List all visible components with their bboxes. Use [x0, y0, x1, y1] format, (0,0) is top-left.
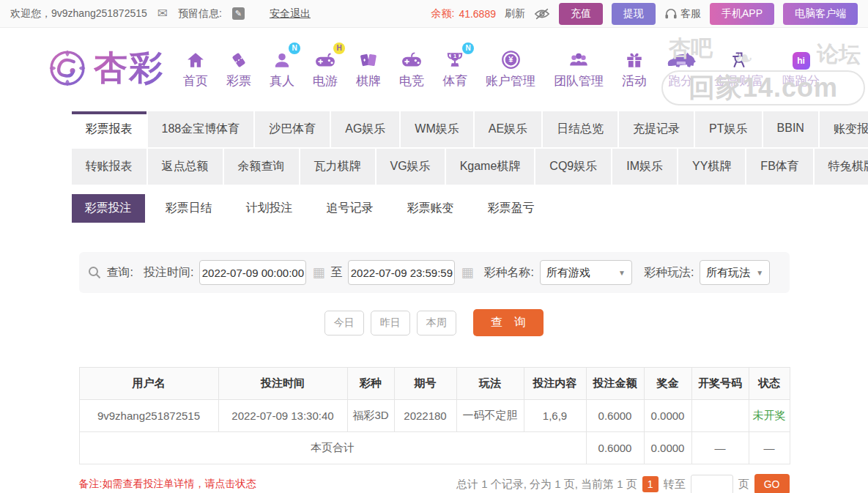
subtab-chase-record[interactable]: 追号记录 [314, 194, 387, 223]
tab-balance-query[interactable]: 余额查询 [224, 149, 299, 185]
tab-cq9[interactable]: CQ9娱乐 [535, 149, 611, 185]
tab-lottery-report[interactable]: 彩票报表 [72, 111, 146, 147]
tab-rebate-total[interactable]: 返点总额 [148, 149, 223, 185]
this-week-button[interactable]: 本周 [417, 311, 456, 336]
refresh-link[interactable]: 刷新 [505, 7, 525, 21]
watermark-text-2: 论坛 [817, 40, 861, 70]
tab-ae[interactable]: AE娱乐 [475, 111, 541, 147]
nav-sports[interactable]: 1 N 体育 [442, 48, 467, 89]
tab-shaba-sports[interactable]: 沙巴体育 [255, 111, 330, 147]
mobile-app-button[interactable]: 手机APP [710, 3, 774, 25]
cell-status[interactable]: 未开奖 [749, 400, 790, 432]
chevron-down-icon: ▼ [756, 269, 763, 277]
nav-esports[interactable]: 电竞 [399, 48, 424, 89]
goto-page-input[interactable] [691, 475, 733, 493]
subtab-lottery-account-change[interactable]: 彩票账变 [394, 194, 467, 223]
tab-fb-sports[interactable]: FB体育 [746, 149, 812, 185]
subtab-plan-bet[interactable]: 计划投注 [233, 194, 306, 223]
nav-chess[interactable]: 棋牌 [356, 48, 381, 89]
eye-off-icon[interactable] [534, 8, 550, 20]
tab-account-change-report[interactable]: 账变报表 [820, 111, 868, 147]
gift-icon [625, 48, 644, 70]
welcome-text: 欢迎您，9v9zhang251872515 [10, 7, 147, 21]
recharge-button[interactable]: 充值 [559, 3, 603, 25]
ding-icon [730, 48, 748, 70]
bet-records-table: 用户名 投注时间 彩种 期号 玩法 投注内容 投注金额 奖金 开奖号码 状态 9… [79, 367, 790, 464]
nav-team-management[interactable]: 团队管理 [554, 48, 604, 89]
tab-wm[interactable]: WM娱乐 [401, 111, 472, 147]
current-page-badge[interactable]: 1 [642, 476, 659, 492]
tab-vg[interactable]: VG娱乐 [376, 149, 445, 185]
play-type-select[interactable]: 所有玩法 ▼ [700, 260, 770, 285]
nav-jinding-wealth[interactable]: 金鼎财富 [714, 48, 764, 89]
footer-row: 备注:如需查看投注单详情，请点击状态 总计 1 个记录, 分为 1 页, 当前第… [79, 474, 790, 493]
tab-yy-chess[interactable]: YY棋牌 [678, 149, 745, 185]
search-button[interactable]: 查 询 [473, 309, 544, 336]
date-to-input[interactable] [348, 260, 455, 285]
summary-row: 本页合计 0.6000 0.0000 — — [79, 432, 790, 464]
tab-bbin[interactable]: BBIN [763, 111, 818, 147]
pagination-summary: 总计 1 个记录, 分为 1 页, 当前第 1 页 [456, 478, 637, 492]
home-icon [186, 48, 205, 70]
calendar-icon[interactable]: ▦ [461, 264, 473, 281]
header-bet-content: 投注内容 [524, 368, 586, 400]
svg-text:¥: ¥ [508, 55, 513, 64]
tab-kgame-chess[interactable]: Kgame棋牌 [446, 149, 535, 185]
play-type-label: 彩种玩法: [644, 265, 694, 281]
date-from-input[interactable] [199, 260, 306, 285]
table-header-row: 用户名 投注时间 彩种 期号 玩法 投注内容 投注金额 奖金 开奖号码 状态 [79, 368, 790, 400]
summary-prize: 0.0000 [644, 432, 691, 464]
tab-transfer-report[interactable]: 转账报表 [72, 149, 146, 185]
tab-deposit-withdraw-record[interactable]: 充提记录 [619, 111, 694, 147]
yesterday-button[interactable]: 昨日 [371, 311, 410, 336]
gamepad-icon [401, 48, 423, 70]
balance-label: 余额: [431, 7, 454, 21]
mail-icon[interactable]: ✉ [157, 6, 168, 21]
lottery-name-label: 彩种名称: [483, 265, 533, 281]
customer-service-link[interactable]: 客服 [664, 7, 701, 21]
nav-lottery[interactable]: 彩票 [226, 48, 251, 89]
nav-hi-paofen[interactable]: hi 嗨跑分 [782, 48, 820, 89]
nav-live-casino[interactable]: N 真人 [270, 48, 294, 89]
nav-account-management[interactable]: ¥ 账户管理 [486, 48, 535, 89]
tab-188-sports[interactable]: 188金宝博体育 [148, 111, 254, 147]
subtab-lottery-profit[interactable]: 彩票盈亏 [475, 194, 548, 223]
main-content: 彩票报表 188金宝博体育 沙巴体育 AG娱乐 WM娱乐 AE娱乐 日结总览 充… [72, 111, 797, 493]
header-lottery: 彩种 [347, 368, 394, 400]
lottery-name-select[interactable]: 所有游戏 ▼ [540, 260, 632, 285]
summary-bet-amount: 0.6000 [586, 432, 644, 464]
chevron-down-icon: ▼ [618, 269, 626, 277]
subtab-lottery-daily[interactable]: 彩票日结 [152, 194, 226, 223]
calendar-icon[interactable]: ▦ [312, 264, 324, 281]
pc-client-button[interactable]: 电脑客户端 [783, 3, 858, 25]
tab-im[interactable]: IM娱乐 [612, 149, 677, 185]
tab-wali-chess[interactable]: 瓦力棋牌 [300, 149, 375, 185]
nav-egames[interactable]: H 电游 [313, 48, 338, 89]
headset-icon [664, 8, 678, 20]
edit-icon[interactable]: ✎ [232, 7, 245, 20]
today-button[interactable]: 今日 [324, 311, 364, 336]
cell-play: 一码不定胆 [456, 400, 524, 432]
nav-paofen[interactable]: 跑分 [665, 48, 696, 89]
goto-label: 转至 [664, 478, 686, 492]
tab-ag[interactable]: AG娱乐 [331, 111, 399, 147]
logout-link[interactable]: 安全退出 [270, 7, 311, 21]
search-icon [88, 266, 101, 279]
subtab-lottery-bet[interactable]: 彩票投注 [72, 194, 145, 223]
cell-username: 9v9zhang251872515 [79, 400, 218, 432]
nav-activity[interactable]: 活动 [622, 48, 647, 89]
site-logo[interactable]: 杏彩 [47, 45, 164, 91]
tab-tetu-chess[interactable]: 特兔棋牌 [815, 149, 868, 185]
tab-daily-summary[interactable]: 日结总览 [543, 111, 617, 147]
go-button[interactable]: GO [754, 474, 790, 493]
report-tabs-row-1: 彩票报表 188金宝博体育 沙巴体育 AG娱乐 WM娱乐 AE娱乐 日结总览 充… [72, 111, 797, 147]
withdraw-button[interactable]: 提现 [612, 3, 656, 25]
person-icon: N [272, 48, 292, 70]
play-type-value: 所有玩法 [706, 266, 750, 280]
tab-pt[interactable]: PT娱乐 [695, 111, 761, 147]
logo-text: 杏彩 [94, 45, 164, 91]
cell-bet-content: 1,6,9 [524, 400, 586, 432]
nav-home[interactable]: 首页 [183, 48, 208, 89]
note-text: 备注:如需查看投注单详情，请点击状态 [79, 478, 256, 491]
cards-icon [359, 48, 378, 70]
